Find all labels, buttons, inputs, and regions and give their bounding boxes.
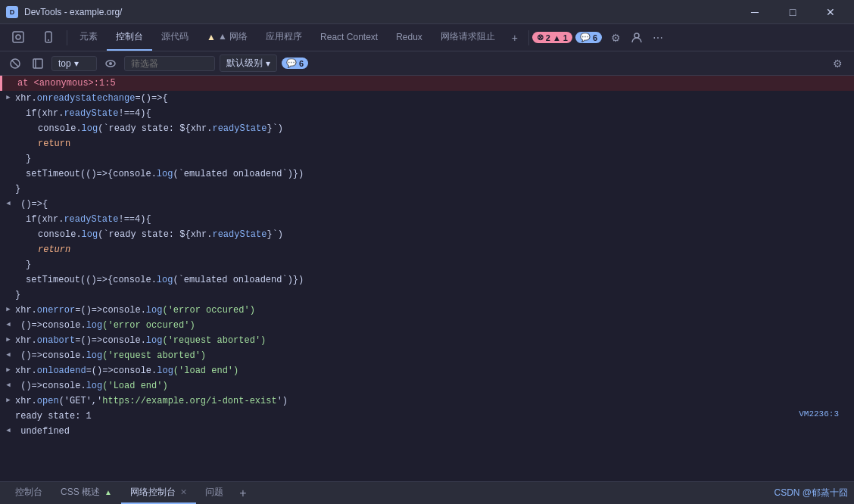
- code-token: log: [86, 350, 103, 361]
- code-token: }: [15, 184, 20, 194]
- line-content: console.log(`ready state: ${xhr.readySta…: [14, 122, 854, 135]
- expand-icon: [3, 243, 14, 244]
- expand-icon: [3, 228, 14, 229]
- tab-device[interactable]: [33, 24, 64, 51]
- code-token: onreadystatechange: [37, 93, 136, 104]
- console-line: }: [0, 182, 854, 197]
- secondary-info-badge: 💬 6: [282, 58, 308, 69]
- minimize-button[interactable]: ─: [737, 0, 772, 24]
- code-token: '): [277, 396, 288, 406]
- context-value: top: [58, 58, 71, 69]
- filter-box[interactable]: [124, 56, 215, 71]
- eye-button[interactable]: [101, 54, 120, 73]
- svg-line-6: [12, 61, 18, 67]
- error-count: 2: [546, 33, 550, 42]
- line-content: }: [14, 258, 854, 272]
- error-badge[interactable]: ⊗ 2 ▲ 1: [532, 32, 572, 43]
- expand-icon: [3, 167, 14, 169]
- console-line[interactable]: ◀ ()=>console.log('request aborted'): [0, 348, 854, 363]
- code-token: onerror: [37, 305, 75, 316]
- console-line[interactable]: ◀ ()=>console.log('error occured'): [0, 318, 854, 333]
- console-line[interactable]: ◀ undefined: [0, 424, 854, 439]
- console-line[interactable]: ▶xhr.onloadend=()=>console.log('load end…: [0, 363, 854, 378]
- code-token: https://example.org/i-dont-exist: [102, 396, 276, 406]
- settings-button[interactable]: ⚙: [605, 27, 626, 48]
- close-button[interactable]: ✕: [813, 0, 848, 24]
- clear-icon: [10, 58, 20, 69]
- code-token: =()=>console.: [75, 305, 146, 316]
- bottom-tab-css[interactable]: CSS 概述 ▲: [51, 482, 121, 504]
- filter-input[interactable]: [131, 58, 207, 69]
- line-content: xhr.open('GET','https://example.org/i-do…: [14, 394, 854, 408]
- expand-icon: [3, 137, 14, 138]
- code-token: =()=>console.: [75, 335, 146, 346]
- tab-application[interactable]: 应用程序: [257, 24, 311, 51]
- code-token: (`emulated onloadend`)}): [173, 169, 304, 179]
- expand-icon: ▶: [3, 334, 14, 344]
- app-icon: D: [6, 6, 18, 18]
- code-token: =()=>{: [135, 93, 167, 104]
- code-token: if(xhr.: [26, 108, 64, 119]
- add-panel-button[interactable]: +: [504, 27, 525, 48]
- console-line[interactable]: ▶xhr.onabort=()=>console.log('request ab…: [0, 333, 854, 348]
- expand-icon: ▶: [3, 303, 14, 313]
- console-line[interactable]: ▶xhr.onerror=()=>console.log('error occu…: [0, 303, 854, 318]
- expand-icon: [3, 409, 14, 411]
- code-token: !==4){: [118, 214, 151, 225]
- tab-elements[interactable]: 元素: [70, 24, 107, 51]
- console-settings-button[interactable]: ⚙: [827, 53, 848, 74]
- console-line: ready state: 1VM2236:3: [0, 409, 854, 424]
- network-tab-close[interactable]: ✕: [180, 487, 187, 497]
- clear-console-button[interactable]: [6, 54, 24, 73]
- maximize-button[interactable]: □: [775, 0, 810, 24]
- tab-network-block[interactable]: 网络请求阻止: [432, 24, 504, 51]
- info-badge[interactable]: 💬 6: [575, 32, 602, 43]
- log-level-selector[interactable]: 默认级别 ▾: [220, 54, 277, 72]
- tab-react-context[interactable]: React Context: [311, 24, 387, 51]
- tab-redux[interactable]: Redux: [387, 24, 432, 51]
- code-token: readyState: [212, 229, 266, 240]
- more-button[interactable]: ⋯: [647, 27, 669, 48]
- secondary-bar: top ▾ 默认级别 ▾ 💬 6 ⚙: [0, 51, 854, 76]
- window-title: DevTools - example.org/: [24, 7, 731, 17]
- bottom-tabs: 控制台 CSS 概述 ▲ 网络控制台 ✕ 问题 + CSDN @郁蒸十囧: [0, 481, 854, 504]
- code-token: console.: [38, 123, 82, 134]
- tab-console[interactable]: 控制台: [107, 24, 152, 51]
- console-line[interactable]: ◀ ()=>{: [0, 197, 854, 212]
- context-arrow: ▾: [74, 58, 79, 69]
- bottom-tab-issues[interactable]: 问题: [196, 482, 232, 504]
- bottom-tab-network[interactable]: 网络控制台 ✕: [121, 482, 196, 504]
- console-line[interactable]: ◀ ()=>console.log('Load end'): [0, 378, 854, 394]
- expand-icon: ◀: [3, 198, 14, 207]
- code-token: undefined: [15, 426, 70, 437]
- code-token: readyState: [64, 108, 118, 119]
- context-selector[interactable]: top ▾: [51, 56, 97, 71]
- code-token: ()=>console.: [15, 350, 86, 361]
- console-line[interactable]: ▶xhr.onreadystatechange=()=>{: [0, 91, 854, 106]
- code-token: log: [146, 305, 163, 316]
- tab-inspect[interactable]: [3, 24, 33, 51]
- expand-icon: [3, 107, 14, 108]
- warn-count: 1: [563, 33, 568, 42]
- line-content: xhr.onloadend=()=>console.log('load end'…: [14, 364, 854, 378]
- toggle-sidebar-button[interactable]: [29, 54, 47, 73]
- bottom-tab-console[interactable]: 控制台: [6, 482, 51, 504]
- tab-network[interactable]: ▲ ▲ 网络: [198, 24, 257, 51]
- device-icon: [42, 31, 55, 43]
- log-level-label: 默认级别: [226, 57, 263, 70]
- source-link[interactable]: VM2236:3: [799, 409, 854, 418]
- profile-button[interactable]: [626, 27, 647, 48]
- code-token: ('request aborted'): [162, 335, 266, 346]
- expand-icon: ▶: [3, 92, 14, 101]
- code-token: }`): [266, 123, 283, 134]
- console-line[interactable]: ▶xhr.open('GET','https://example.org/i-d…: [0, 394, 854, 409]
- code-token: log: [157, 169, 173, 179]
- tab-sources[interactable]: 源代码: [152, 24, 198, 51]
- window-controls: ─ □ ✕: [737, 0, 848, 24]
- code-token: xhr.: [15, 366, 37, 376]
- line-content: }: [14, 182, 854, 196]
- add-tab-button[interactable]: +: [232, 483, 254, 504]
- console-line: return: [0, 242, 854, 257]
- code-token: readyState: [212, 123, 266, 134]
- line-content: return: [14, 243, 854, 257]
